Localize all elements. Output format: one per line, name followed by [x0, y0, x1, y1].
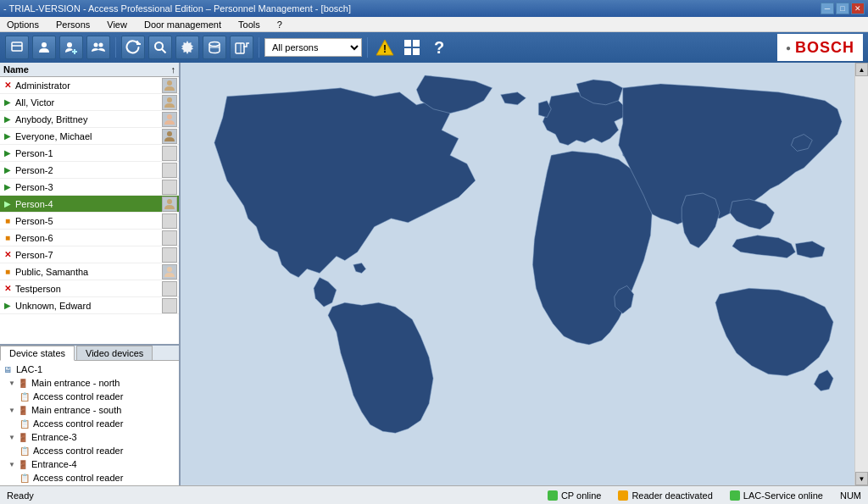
- reader-icon: 📋: [19, 418, 31, 429]
- svg-rect-17: [404, 40, 411, 47]
- status-icon-play-green: ▶: [2, 300, 14, 312]
- reader-icon: 📋: [19, 472, 31, 484]
- device-item[interactable]: 📋 Access control reader: [2, 417, 177, 430]
- list-item[interactable]: ▶ All, Victor: [0, 94, 179, 111]
- list-item[interactable]: ▶ Unknown, Edward: [0, 297, 179, 314]
- svg-point-21: [167, 80, 172, 86]
- avatar: [162, 180, 177, 195]
- main-layout: Name ↑ ✕ Administrator ▶ All, Victor: [0, 63, 868, 485]
- list-item[interactable]: ▶ Anybody, Brittney: [0, 111, 179, 128]
- device-item[interactable]: 📋 Access control reader: [2, 390, 177, 403]
- svg-rect-0: [12, 42, 22, 51]
- toolbar-btn-search[interactable]: [148, 36, 172, 59]
- toolbar-btn-warning[interactable]: !: [373, 36, 397, 59]
- menu-help[interactable]: ?: [274, 19, 286, 30]
- list-item[interactable]: ■ Public, Samantha: [0, 263, 179, 280]
- menu-door-management[interactable]: Door management: [141, 19, 225, 30]
- svg-point-6: [94, 43, 98, 47]
- svg-line-9: [162, 49, 166, 53]
- map-scrollbar[interactable]: ▲ ▼: [854, 63, 868, 485]
- device-item[interactable]: ▼ 🚪 Entrance-4: [2, 457, 177, 471]
- reader-icon: 📋: [19, 445, 31, 457]
- list-item[interactable]: ▶ Person-2: [0, 162, 179, 179]
- avatar: [162, 95, 177, 110]
- avatar: [162, 247, 177, 263]
- toolbar-btn-refresh[interactable]: [121, 36, 145, 59]
- list-item[interactable]: ✕ Administrator: [0, 77, 179, 94]
- list-item[interactable]: ■ Person-6: [0, 230, 179, 246]
- device-item[interactable]: 🖥 LAC-1: [2, 363, 177, 376]
- toolbar-btn-group[interactable]: [86, 36, 110, 59]
- svg-point-2: [42, 42, 47, 47]
- status-icon-play-green: ▶: [2, 181, 14, 193]
- door-icon: 🚪: [17, 377, 29, 389]
- list-item[interactable]: ■ Person-5: [0, 213, 179, 230]
- device-item[interactable]: ▼ 🚪 Entrance-3: [2, 430, 177, 444]
- svg-point-24: [167, 131, 172, 136]
- toolbar-separator-2: [259, 37, 259, 58]
- person-list[interactable]: Name ↑ ✕ Administrator ▶ All, Victor: [0, 63, 179, 346]
- device-item[interactable]: ▼ 🚪 Main entrance - north: [2, 376, 177, 390]
- svg-text:!: !: [383, 43, 387, 55]
- toolbar-btn-settings[interactable]: [175, 36, 199, 59]
- svg-point-25: [167, 199, 172, 204]
- device-item[interactable]: 📋 Access control reader: [2, 471, 177, 485]
- avatar: [162, 129, 177, 144]
- expand-icon: ▼: [8, 434, 15, 441]
- svg-point-23: [167, 114, 172, 119]
- status-reader-deactivated: Reader deactivated: [618, 490, 712, 501]
- map-area: .land { fill: #2a4a7a; stroke: #8aa8cc; …: [181, 63, 868, 485]
- menu-view[interactable]: View: [103, 19, 131, 30]
- list-item[interactable]: ▶ Person-1: [0, 145, 179, 162]
- toolbar: All persons Selected persons ! ? ● BOSCH: [0, 32, 868, 63]
- avatar: [162, 213, 177, 229]
- reader-deactivated-indicator: [618, 490, 628, 501]
- toolbar-btn-home[interactable]: [5, 36, 29, 59]
- svg-point-3: [67, 42, 72, 47]
- avatar: [162, 230, 177, 246]
- menu-options[interactable]: Options: [3, 19, 42, 30]
- avatar: [162, 281, 177, 296]
- minimize-button[interactable]: ─: [821, 3, 834, 14]
- toolbar-btn-grid[interactable]: [400, 36, 424, 59]
- svg-point-7: [99, 43, 103, 47]
- title-text: - TRIAL-VERSION - Access Professional Ed…: [3, 3, 351, 14]
- menu-bar: Options Persons View Door management Too…: [0, 17, 868, 32]
- status-icon-x-red: ✕: [2, 283, 14, 295]
- window-controls: ─ □ ✕: [821, 3, 865, 14]
- menu-persons[interactable]: Persons: [53, 19, 93, 30]
- device-list[interactable]: 🖥 LAC-1 ▼ 🚪 Main entrance - north 📋 Acce…: [0, 361, 179, 485]
- menu-tools[interactable]: Tools: [235, 19, 264, 30]
- list-item-selected[interactable]: ▶ Person-4: [0, 196, 179, 213]
- list-item[interactable]: ✕ Person-7: [0, 246, 179, 263]
- persons-filter-dropdown[interactable]: All persons Selected persons: [264, 38, 362, 57]
- toolbar-btn-help[interactable]: ?: [427, 36, 451, 59]
- device-item[interactable]: 📋 Access control reader: [2, 444, 177, 457]
- toolbar-btn-person[interactable]: [32, 36, 56, 59]
- status-bar: Ready CP online Reader deactivated LAC-S…: [0, 485, 868, 504]
- scroll-down-button[interactable]: ▼: [855, 472, 868, 485]
- expand-icon: ▼: [8, 379, 15, 387]
- list-item[interactable]: ▶ Everyone, Michael: [0, 128, 179, 145]
- list-item[interactable]: ✕ Testperson: [0, 280, 179, 297]
- expand-icon: ▼: [8, 407, 15, 414]
- reader-icon: 📋: [19, 390, 31, 402]
- world-map: .land { fill: #2a4a7a; stroke: #8aa8cc; …: [189, 71, 846, 441]
- list-item[interactable]: ▶ Person-3: [0, 179, 179, 196]
- toolbar-btn-export[interactable]: [230, 36, 253, 59]
- status-icon-x-red: ✕: [2, 249, 14, 261]
- close-button[interactable]: ✕: [851, 3, 865, 14]
- toolbar-btn-add-person[interactable]: [59, 36, 83, 59]
- status-icon-orange: ■: [2, 232, 14, 244]
- svg-point-11: [209, 42, 220, 47]
- scroll-track[interactable]: [855, 76, 868, 472]
- avatar: [162, 197, 177, 212]
- device-item[interactable]: ▼ 🚪 Main entrance - south: [2, 403, 177, 417]
- toolbar-btn-database[interactable]: [203, 36, 226, 59]
- tab-device-states[interactable]: Device states: [0, 346, 75, 361]
- toolbar-separator-3: [367, 37, 368, 58]
- num-lock-indicator: NUM: [840, 490, 861, 501]
- maximize-button[interactable]: □: [836, 3, 849, 14]
- tab-video-devices[interactable]: Video devices: [76, 346, 153, 360]
- scroll-up-button[interactable]: ▲: [855, 63, 868, 76]
